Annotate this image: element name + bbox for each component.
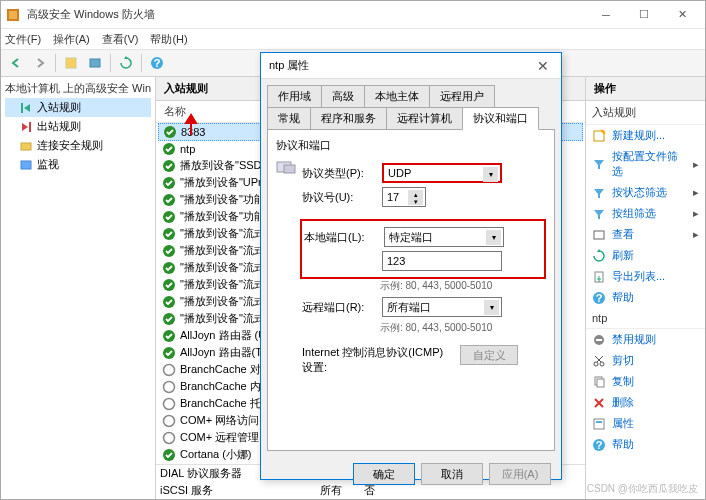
rule-off-icon [162,397,176,411]
chevron-down-icon: ▾ [486,230,501,245]
minimize-button[interactable]: ─ [587,1,625,29]
action-item[interactable]: 导出列表... [586,266,705,287]
check-icon [162,261,176,275]
help-icon[interactable]: ? [146,52,168,74]
tab-remote-computer[interactable]: 远程计算机 [386,107,463,130]
action-item[interactable]: 删除 [586,392,705,413]
rule-off-icon [162,431,176,445]
proto-type-dropdown[interactable]: UDP ▾ [382,163,502,183]
close-button[interactable]: ✕ [663,1,701,29]
svg-point-24 [164,364,175,375]
action-icon [592,354,606,368]
action-icon [592,333,606,347]
action-item[interactable]: 查看▸ [586,224,705,245]
svg-point-27 [164,415,175,426]
tree-item-monitor[interactable]: 监视 [5,155,151,174]
action-item[interactable]: 按组筛选▸ [586,203,705,224]
ok-button[interactable]: 确定 [353,463,415,485]
properties-dialog: ntp 属性 ✕ 作用域 高级 本地主体 远程用户 常规 程序和服务 远程计算机… [260,52,562,480]
chevron-right-icon: ▸ [693,228,699,241]
chevron-right-icon: ▸ [693,207,699,220]
svg-rect-7 [29,122,31,132]
arrow-annotation [182,113,200,137]
action-item[interactable]: ?帮助 [586,287,705,308]
check-icon [162,193,176,207]
window-title: 高级安全 Windows 防火墙 [27,7,587,22]
action-icon [592,129,606,143]
check-icon [162,176,176,190]
tool-icon[interactable] [60,52,82,74]
local-port-dropdown[interactable]: 特定端口 ▾ [384,227,504,247]
tab-remote-user[interactable]: 远程用户 [429,85,495,108]
action-item[interactable]: ?帮助 [586,434,705,455]
svg-rect-49 [284,165,295,173]
dialog-title: ntp 属性 [269,58,533,73]
tab-advanced[interactable]: 高级 [321,85,365,108]
inbound-icon [19,101,33,115]
tree-item-outbound[interactable]: 出站规则 [5,117,151,136]
action-item[interactable]: 复制 [586,371,705,392]
action-item[interactable]: 禁用规则 [586,329,705,350]
dialog-close-button[interactable]: ✕ [533,58,553,74]
action-item[interactable]: 属性 [586,413,705,434]
maximize-button[interactable]: ☐ [625,1,663,29]
svg-text:?: ? [154,57,161,69]
chevron-right-icon: ▸ [693,158,699,171]
action-icon [592,157,606,171]
svg-point-25 [164,381,175,392]
app-icon [5,7,21,23]
tabs-row-1: 作用域 高级 本地主体 远程用户 [261,79,561,107]
svg-point-40 [594,362,598,366]
proto-icon [276,159,296,175]
cancel-button[interactable]: 取消 [421,463,483,485]
icmp-label: Internet 控制消息协议(ICMP)设置: [302,345,452,375]
menubar: 文件(F) 操作(A) 查看(V) 帮助(H) [1,29,705,49]
action-item[interactable]: 按配置文件筛选▸ [586,146,705,182]
menu-file[interactable]: 文件(F) [5,32,41,47]
tree-root[interactable]: 本地计算机 上的高级安全 Win [5,81,151,96]
tool-icon[interactable] [84,52,106,74]
menu-view[interactable]: 查看(V) [102,32,139,47]
tab-scope[interactable]: 作用域 [267,85,322,108]
dialog-titlebar: ntp 属性 ✕ [261,53,561,79]
local-port-input[interactable]: 123 [382,251,502,271]
svg-rect-1 [9,11,17,19]
apply-button[interactable]: 应用(A) [489,463,551,485]
svg-text:?: ? [596,439,603,451]
proto-type-label: 协议类型(P): [302,166,376,181]
action-item[interactable]: 刷新 [586,245,705,266]
menu-help[interactable]: 帮助(H) [150,32,187,47]
tab-local-principal[interactable]: 本地主体 [364,85,430,108]
proto-num-spinner[interactable]: 17 ▴▾ [382,187,426,207]
rule-off-icon [162,380,176,394]
action-item[interactable]: 剪切 [586,350,705,371]
tree-item-inbound[interactable]: 入站规则 [5,98,151,117]
svg-rect-2 [66,58,76,68]
tree-item-connsec[interactable]: 连接安全规则 [5,136,151,155]
chevron-down-icon: ▾ [483,167,498,182]
tab-general[interactable]: 常规 [267,107,311,130]
tab-protocol-port[interactable]: 协议和端口 [462,107,539,130]
action-item[interactable]: 按状态筛选▸ [586,182,705,203]
svg-rect-9 [21,161,31,169]
forward-button[interactable] [29,52,51,74]
spinner-icon: ▴▾ [408,190,423,205]
act-grp2: ntp [586,308,705,329]
outbound-icon [19,120,33,134]
act-grp1: 入站规则 [586,101,705,125]
back-button[interactable] [5,52,27,74]
tab-programs[interactable]: 程序和服务 [310,107,387,130]
connsec-icon [19,139,33,153]
chevron-down-icon: ▾ [484,300,499,315]
check-icon [162,159,176,173]
menu-action[interactable]: 操作(A) [53,32,90,47]
check-icon [162,312,176,326]
check-icon [162,448,176,462]
svg-text:?: ? [596,292,603,304]
action-item[interactable]: 新建规则... [586,125,705,146]
check-icon [162,227,176,241]
action-icon [592,375,606,389]
refresh-icon[interactable] [115,52,137,74]
action-icon [592,270,606,284]
remote-port-dropdown[interactable]: 所有端口 ▾ [382,297,502,317]
